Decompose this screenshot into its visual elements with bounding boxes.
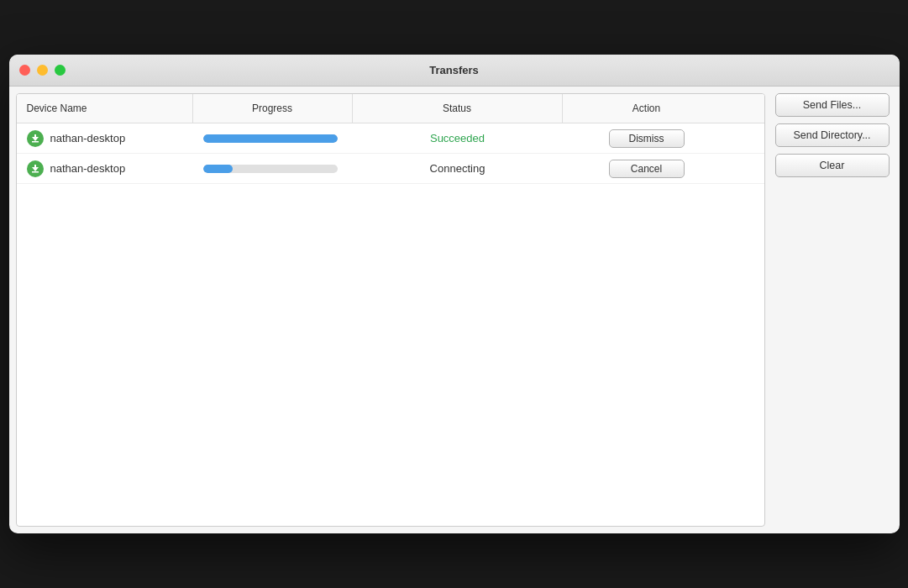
svg-rect-7 bbox=[32, 171, 39, 173]
title-bar: Transfers bbox=[9, 55, 900, 87]
column-header-device-name: Device Name bbox=[17, 94, 193, 123]
device-cell-2: nathan-desktop bbox=[17, 155, 193, 182]
cancel-button[interactable]: Cancel bbox=[609, 160, 685, 178]
status-cell-2: Connecting bbox=[353, 157, 563, 180]
svg-rect-3 bbox=[32, 141, 39, 143]
action-cell-2: Cancel bbox=[563, 155, 731, 183]
table-row: nathan-desktop Succeeded Dismiss bbox=[17, 123, 764, 154]
sidebar: Send Files... Send Directory... Clear bbox=[765, 87, 900, 533]
send-files-button[interactable]: Send Files... bbox=[775, 93, 890, 117]
maximize-button[interactable] bbox=[55, 65, 66, 76]
column-header-action: Action bbox=[563, 94, 731, 123]
download-icon-1 bbox=[27, 130, 44, 147]
progress-cell-1 bbox=[193, 129, 353, 148]
svg-rect-2 bbox=[34, 134, 36, 139]
minimize-button[interactable] bbox=[37, 65, 48, 76]
svg-rect-6 bbox=[34, 165, 36, 169]
progress-cell-2 bbox=[193, 160, 353, 178]
transfers-table: Device Name Progress Status Action bbox=[16, 93, 765, 527]
send-directory-button[interactable]: Send Directory... bbox=[775, 123, 890, 147]
column-header-status: Status bbox=[353, 94, 563, 123]
window-controls bbox=[19, 65, 66, 76]
table-row: nathan-desktop Connecting Cancel bbox=[17, 154, 764, 184]
column-header-progress: Progress bbox=[193, 94, 353, 123]
window-title: Transfers bbox=[429, 64, 479, 76]
main-window: Transfers Device Name Progress Status Ac… bbox=[9, 55, 900, 533]
dismiss-button[interactable]: Dismiss bbox=[609, 129, 685, 148]
download-icon-2 bbox=[27, 160, 44, 177]
progress-bar-bg-1 bbox=[203, 134, 338, 143]
close-button[interactable] bbox=[19, 65, 30, 76]
window-body: Device Name Progress Status Action bbox=[9, 87, 900, 533]
table-body: nathan-desktop Succeeded Dismiss bbox=[17, 123, 764, 526]
action-cell-1: Dismiss bbox=[563, 124, 731, 153]
device-name-1: nathan-desktop bbox=[50, 132, 126, 144]
device-cell-1: nathan-desktop bbox=[17, 125, 193, 152]
status-cell-1: Succeeded bbox=[353, 127, 563, 150]
progress-bar-fill-1 bbox=[203, 134, 338, 143]
progress-bar-bg-2 bbox=[203, 165, 338, 173]
table-header: Device Name Progress Status Action bbox=[17, 94, 764, 123]
clear-button[interactable]: Clear bbox=[775, 154, 890, 177]
progress-bar-fill-2 bbox=[203, 165, 233, 173]
device-name-2: nathan-desktop bbox=[50, 162, 126, 175]
